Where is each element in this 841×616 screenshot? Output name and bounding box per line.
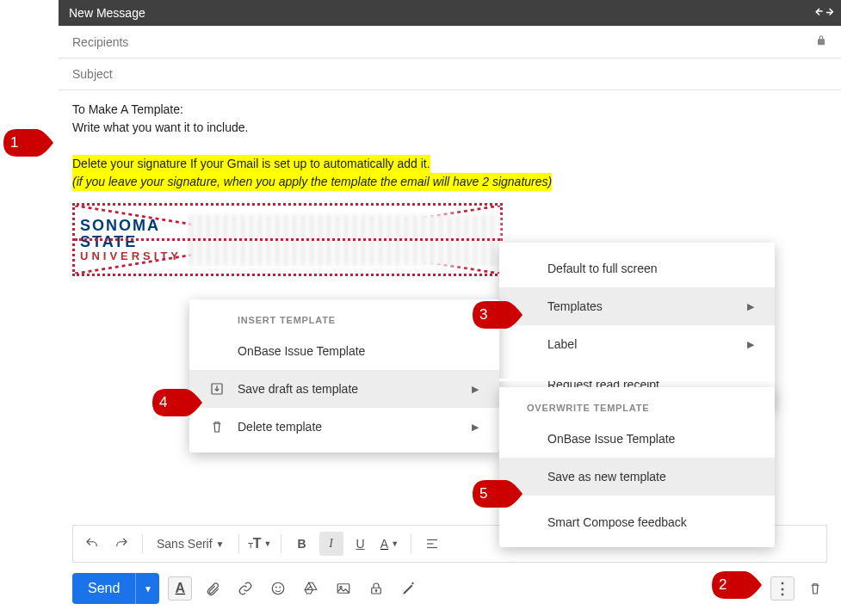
trash-icon: [207, 419, 227, 434]
signature-delete-box: SONOMA STATE UNIVERSITY: [72, 203, 503, 276]
body-highlight-2: (if you leave your signature, when you a…: [72, 173, 552, 191]
discard-icon[interactable]: [803, 576, 827, 601]
expand-icon[interactable]: [811, 1, 836, 26]
underline-button[interactable]: U: [349, 532, 373, 556]
svg-point-6: [276, 587, 277, 588]
font-size-button[interactable]: ᴛT ▼: [248, 532, 272, 556]
callout-2: 2: [710, 570, 764, 601]
chevron-right-icon: ▶: [747, 301, 754, 312]
italic-button[interactable]: I: [319, 532, 343, 556]
svg-point-11: [376, 590, 378, 592]
redo-button[interactable]: [109, 532, 133, 556]
send-button-group: Send ▼: [72, 573, 159, 604]
svg-point-7: [280, 587, 281, 588]
bold-button[interactable]: B: [290, 532, 314, 556]
emoji-icon[interactable]: [266, 576, 290, 601]
undo-button[interactable]: [80, 532, 104, 556]
menu-save-draft-template[interactable]: Save draft as template▶: [189, 370, 499, 408]
signature-blurred-text: [189, 214, 500, 266]
menu-overwrite-onbase[interactable]: OnBase Issue Template: [499, 420, 775, 458]
body-highlight-1: Delete your signature If your Gmail is s…: [72, 155, 430, 173]
svg-point-5: [273, 582, 285, 594]
save-icon: [207, 381, 227, 397]
font-select[interactable]: Sans Serif ▼: [152, 537, 230, 551]
menu-save-new-template[interactable]: Save as new template: [499, 458, 775, 496]
save-template-submenu: OVERWRITE TEMPLATE OnBase Issue Template…: [499, 387, 775, 547]
callout-5: 5: [471, 478, 524, 509]
send-button[interactable]: Send: [72, 581, 135, 596]
lock-icon: [815, 34, 827, 49]
confidential-icon[interactable]: [364, 576, 388, 601]
recipients-input[interactable]: [72, 35, 815, 49]
menu-template-onbase[interactable]: OnBase Issue Template: [189, 332, 499, 370]
menu-templates[interactable]: Templates▶: [499, 287, 775, 325]
callout-4: 4: [151, 387, 204, 418]
templates-submenu: INSERT TEMPLATE OnBase Issue Template Sa…: [189, 299, 499, 453]
link-icon[interactable]: [233, 576, 257, 601]
window-title: New Message: [69, 6, 145, 20]
attach-icon[interactable]: [201, 576, 225, 601]
insert-template-header: INSERT TEMPLATE: [189, 306, 499, 332]
subject-row[interactable]: [59, 59, 841, 90]
menu-delete-template[interactable]: Delete template▶: [189, 408, 499, 446]
titlebar: New Message: [59, 0, 841, 26]
formatting-toggle-button[interactable]: A: [168, 576, 192, 601]
overwrite-template-header: OVERWRITE TEMPLATE: [499, 394, 775, 420]
image-icon[interactable]: [331, 576, 356, 601]
text-color-button[interactable]: A ▼: [378, 532, 402, 556]
body-line-2: Write what you want it to include.: [72, 119, 827, 137]
recipients-row[interactable]: [59, 26, 841, 59]
more-options-menu: Default to full screen Templates▶ Label▶…: [499, 243, 775, 408]
signature-logo: SONOMA STATE UNIVERSITY: [80, 218, 182, 262]
callout-1: 1: [2, 127, 55, 158]
chevron-right-icon: ▶: [747, 339, 754, 350]
chevron-right-icon: ▶: [472, 384, 479, 395]
drive-icon[interactable]: [299, 576, 323, 601]
menu-default-fullscreen[interactable]: Default to full screen: [499, 249, 775, 287]
subject-input[interactable]: [72, 67, 827, 81]
send-dropdown[interactable]: ▼: [135, 573, 159, 604]
align-button[interactable]: [420, 532, 444, 556]
callout-3: 3: [471, 299, 524, 330]
menu-smart-compose[interactable]: Smart Compose feedback: [499, 502, 775, 540]
body-line-1: To Make A Template:: [72, 101, 827, 119]
pen-icon[interactable]: [397, 576, 421, 601]
chevron-right-icon: ▶: [472, 422, 479, 433]
more-options-button[interactable]: ⋮: [770, 576, 795, 601]
menu-label[interactable]: Label▶: [499, 325, 775, 363]
